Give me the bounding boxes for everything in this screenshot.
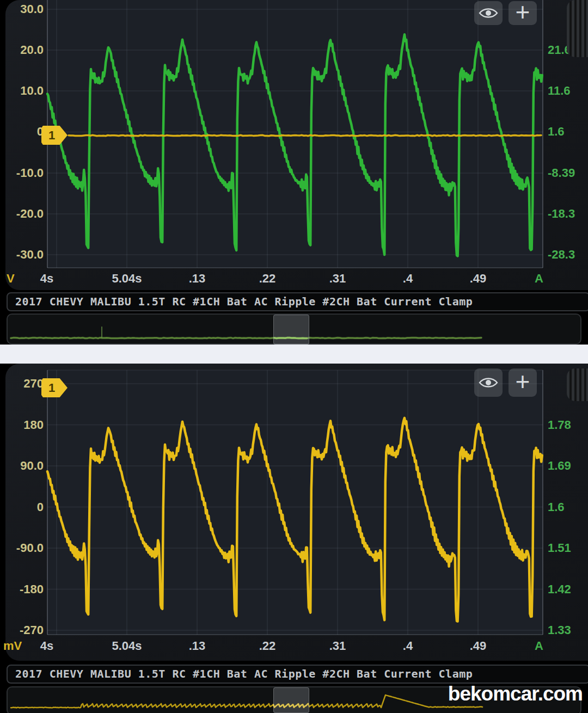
y2-axis-tick: 1.51 [548, 541, 586, 555]
panel-grip-handle[interactable] [567, 0, 588, 57]
y-axis-tick: 0 [1, 125, 44, 139]
y2-axis-tick: 1.69 [548, 459, 586, 473]
y-axis-tick: 180 [1, 418, 44, 432]
time-tick: 4s [17, 272, 77, 286]
y-axis-tick: -20.0 [1, 207, 44, 221]
time-tick: 5.04s [97, 639, 157, 653]
y-axis-tick: 30.0 [1, 2, 44, 16]
y2-axis-tick: 1.33 [548, 623, 586, 637]
time-tick: .49 [448, 272, 508, 286]
add-channel-button[interactable]: + [509, 368, 537, 397]
time-tick: .4 [378, 639, 438, 653]
panel-grip-handle[interactable] [567, 368, 588, 401]
plus-icon: + [516, 1, 530, 23]
y2-axis-tick: -8.39 [548, 166, 586, 180]
y-axis-tick: -10.0 [1, 166, 44, 180]
time-tick: .49 [448, 639, 508, 653]
visibility-button[interactable] [474, 368, 503, 397]
scope-panel-bottom [5, 364, 588, 661]
time-tick: .22 [237, 272, 297, 286]
right-axis-unit: A [523, 639, 555, 653]
y-axis-tick: 270 [1, 377, 44, 391]
y2-axis-tick: 1.6 [548, 500, 586, 514]
y-axis-tick: -30.0 [1, 248, 44, 262]
overview-viewport-handle[interactable] [273, 687, 309, 713]
y2-axis-tick: 1.6 [548, 125, 586, 139]
time-tick: 4s [17, 639, 77, 653]
y-axis-tick: -270 [1, 623, 44, 637]
y2-axis-tick: -28.3 [548, 248, 586, 262]
panel-divider [0, 345, 588, 364]
y2-axis-tick: 1.78 [548, 418, 586, 432]
watermark-text: bekomcar.com [430, 683, 583, 705]
y-axis-tick: 20.0 [1, 43, 44, 57]
time-tick: .13 [167, 639, 227, 653]
y-axis-tick: 0 [1, 500, 44, 514]
add-channel-button[interactable]: + [509, 1, 537, 25]
y2-axis-tick: 1.42 [548, 582, 586, 597]
time-tick: .4 [378, 272, 438, 286]
y-axis-tick: -90.0 [1, 541, 44, 555]
eye-icon [479, 376, 498, 390]
recording-title-bar: 2017 CHEVY MALIBU 1.5T RC #1CH Bat AC Ri… [7, 292, 588, 311]
time-tick: .13 [167, 272, 227, 286]
y-axis-tick: -180 [1, 582, 44, 597]
scope-app: 30.0 20.0 10.0 0 -10.0 -20.0 -30.0 21.6 … [0, 0, 588, 713]
plus-icon: + [516, 371, 530, 392]
y2-axis-tick: 11.6 [548, 84, 586, 98]
eye-icon [479, 6, 498, 20]
time-tick: .22 [237, 639, 297, 653]
y-axis-tick: 10.0 [1, 84, 44, 98]
time-tick: .31 [308, 639, 367, 653]
recording-title-bar: 2017 CHEVY MALIBU 1.5T RC #1CH Bat AC Ri… [7, 665, 588, 684]
time-tick: .31 [308, 272, 367, 286]
scope-panel-top [5, 0, 588, 290]
y2-axis-tick: -18.3 [548, 207, 586, 221]
visibility-button[interactable] [474, 1, 503, 25]
time-tick: 5.04s [97, 272, 157, 286]
overview-viewport-handle[interactable] [273, 315, 309, 345]
y-axis-tick: 90.0 [1, 459, 44, 473]
right-axis-unit: A [523, 272, 555, 286]
